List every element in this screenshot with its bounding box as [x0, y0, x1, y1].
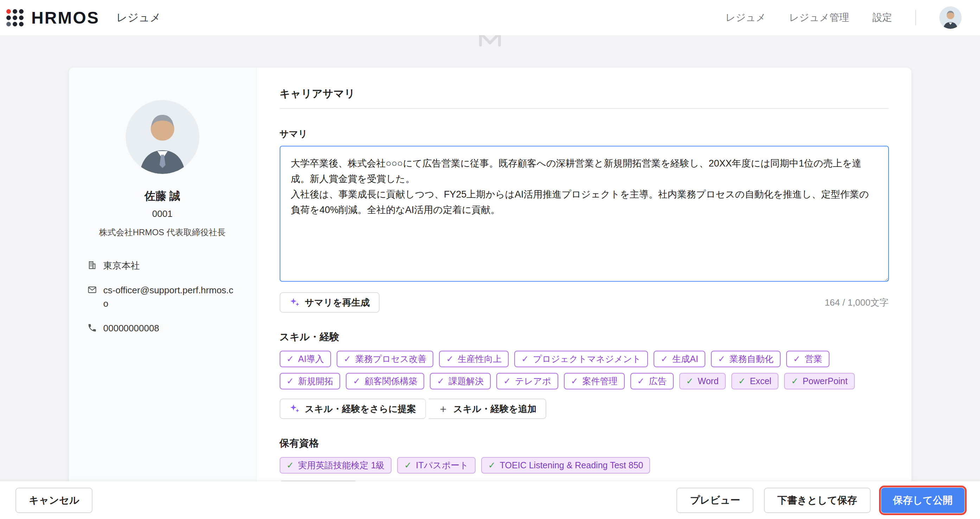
save-draft-button[interactable]: 下書きとして保存	[764, 488, 870, 513]
check-icon: ✓	[404, 460, 412, 470]
skill-chip[interactable]: ✓生成AI	[654, 351, 705, 367]
check-icon: ✓	[521, 354, 529, 364]
skill-chip[interactable]: ✓広告	[630, 373, 674, 390]
skill-chip[interactable]: ✓AI導入	[280, 351, 331, 367]
skill-chip[interactable]: ✓新規開拓	[280, 373, 340, 390]
skills-actions: スキル・経験をさらに提案 ＋ スキル・経験を追加	[280, 399, 889, 419]
contact-phone-row: 00000000008	[87, 321, 238, 335]
suggest-skills-button[interactable]: スキル・経験をさらに提案	[280, 399, 426, 419]
summary-actions: サマリを再生成 164 / 1,000文字	[280, 292, 889, 313]
regenerate-summary-button[interactable]: サマリを再生成	[280, 292, 380, 313]
sparkle-icon	[290, 404, 300, 414]
main-area: 佐藤 誠 0001 株式会社HRMOS 代表取締役社長 東京本社 cs-offi…	[0, 35, 980, 519]
skill-chip-label: 新規開拓	[298, 375, 333, 387]
check-icon: ✓	[503, 376, 511, 386]
suggest-skills-label: スキル・経験をさらに提案	[305, 403, 416, 415]
check-icon: ✓	[571, 376, 578, 386]
save-and-publish-button[interactable]: 保存して公開	[881, 488, 964, 513]
check-icon: ✓	[660, 354, 668, 364]
section-title-career-summary: キャリアサマリ	[280, 86, 889, 109]
phone-icon	[87, 323, 97, 333]
nav-item-resume-management[interactable]: レジュメ管理	[789, 11, 849, 24]
qualifications-chip-list: ✓実用英語技能検定 1級 ✓ITパスポート ✓TOEIC Listening &…	[280, 457, 889, 474]
qualification-chip-label: TOEIC Listening & Reading Test 850	[500, 460, 643, 470]
summary-field-label: サマリ	[280, 128, 889, 140]
skill-chip[interactable]: ✓課題解決	[430, 373, 491, 390]
sparkle-icon	[290, 297, 300, 308]
skill-chip-label: 業務自動化	[730, 353, 773, 365]
preview-button[interactable]: プレビュー	[676, 488, 754, 513]
profile-title: 株式会社HRMOS 代表取締役社長	[87, 227, 238, 238]
skill-chip-label: 課題解決	[449, 375, 484, 387]
plus-icon: ＋	[438, 404, 449, 414]
skill-chip-label: 業務プロセス改善	[355, 353, 426, 365]
qualification-chip-label: 実用英語技能検定 1級	[298, 460, 385, 471]
skill-chip[interactable]: ✓業務自動化	[711, 351, 781, 367]
check-icon: ✓	[353, 376, 360, 386]
check-icon: ✓	[718, 354, 725, 364]
qualification-chip[interactable]: ✓TOEIC Listening & Reading Test 850	[481, 457, 651, 474]
char-count: 164 / 1,000文字	[824, 297, 889, 309]
check-icon: ✓	[637, 376, 645, 386]
skill-chip[interactable]: ✓営業	[786, 351, 829, 367]
resume-edit-card: 佐藤 誠 0001 株式会社HRMOS 代表取締役社長 東京本社 cs-offi…	[69, 68, 912, 515]
check-icon: ✓	[287, 460, 294, 470]
phone-value: 00000000008	[103, 321, 159, 335]
hrmos-logo[interactable]: HRMOS レジュメ	[6, 8, 161, 27]
building-icon	[87, 260, 97, 270]
profile-photo	[126, 100, 199, 174]
contact-list: 東京本社 cs-officer@support.perf.hrmos.co 00…	[87, 259, 238, 335]
brand-name: HRMOS	[31, 8, 100, 27]
skill-chip[interactable]: ✓テレアポ	[496, 373, 558, 390]
skill-chip-label: PowerPoint	[803, 376, 848, 386]
nav-item-settings[interactable]: 設定	[872, 11, 892, 24]
skill-chip-label: AI導入	[298, 353, 324, 365]
check-icon: ✓	[287, 376, 294, 386]
check-icon: ✓	[344, 354, 351, 364]
skills-chip-list: ✓AI導入 ✓業務プロセス改善 ✓生産性向上 ✓プロジェクトマネジメント ✓生成…	[280, 351, 889, 390]
skill-chip[interactable]: ✓PowerPoint	[784, 373, 855, 390]
contact-office-row: 東京本社	[87, 259, 238, 272]
summary-textarea[interactable]: 大学卒業後、株式会社○○○にて広告営業に従事。既存顧客への深耕営業と新規開拓営業…	[280, 146, 889, 282]
skill-chip-label: 案件管理	[582, 375, 618, 387]
qualification-chip[interactable]: ✓ITパスポート	[397, 457, 476, 474]
skill-chip[interactable]: ✓業務プロセス改善	[337, 351, 433, 367]
check-icon: ✓	[791, 376, 799, 386]
skill-chip-label: 生成AI	[672, 353, 698, 365]
hrmos-logo-icon	[6, 9, 24, 26]
product-name: レジュメ	[116, 10, 161, 25]
user-avatar[interactable]	[939, 6, 962, 29]
cancel-button[interactable]: キャンセル	[16, 488, 92, 513]
qualification-chip-label: ITパスポート	[416, 460, 469, 471]
check-icon: ✓	[437, 376, 444, 386]
skill-chip[interactable]: ✓プロジェクトマネジメント	[514, 351, 648, 367]
profile-name: 佐藤 誠	[87, 189, 238, 203]
check-icon: ✓	[793, 354, 800, 364]
skill-chip-label: Excel	[750, 376, 772, 386]
contact-email-row: cs-officer@support.perf.hrmos.co	[87, 283, 238, 310]
skill-chip-label: Word	[698, 376, 719, 386]
add-skill-button[interactable]: ＋ スキル・経験を追加	[429, 399, 546, 419]
nav-divider	[915, 10, 916, 26]
skill-chip[interactable]: ✓生産性向上	[439, 351, 509, 367]
mail-icon	[87, 285, 97, 295]
user-avatar-image	[939, 6, 962, 29]
check-icon: ✓	[446, 354, 453, 364]
skill-chip[interactable]: ✓Excel	[731, 373, 778, 390]
nav-item-resume[interactable]: レジュメ	[725, 11, 766, 24]
footer-action-bar: キャンセル プレビュー 下書きとして保存 保存して公開	[0, 481, 980, 519]
career-summary-editor: キャリアサマリ サマリ 大学卒業後、株式会社○○○にて広告営業に従事。既存顧客へ…	[256, 68, 912, 515]
skill-chip-label: プロジェクトマネジメント	[533, 353, 641, 365]
profile-employee-id: 0001	[87, 208, 238, 219]
skill-chip[interactable]: ✓Word	[679, 373, 725, 390]
section-title-skills: スキル・経験	[280, 330, 889, 344]
page: { "header": { "brand": "HRMOS", "product…	[0, 0, 980, 519]
skill-chip-label: 営業	[805, 353, 822, 365]
skill-chip-label: 顧客関係構築	[364, 375, 417, 387]
qualification-chip[interactable]: ✓実用英語技能検定 1級	[280, 457, 392, 474]
check-icon: ✓	[738, 376, 746, 386]
check-icon: ✓	[488, 460, 496, 470]
skill-chip[interactable]: ✓案件管理	[564, 373, 625, 390]
office-value: 東京本社	[103, 259, 140, 272]
skill-chip[interactable]: ✓顧客関係構築	[346, 373, 424, 390]
